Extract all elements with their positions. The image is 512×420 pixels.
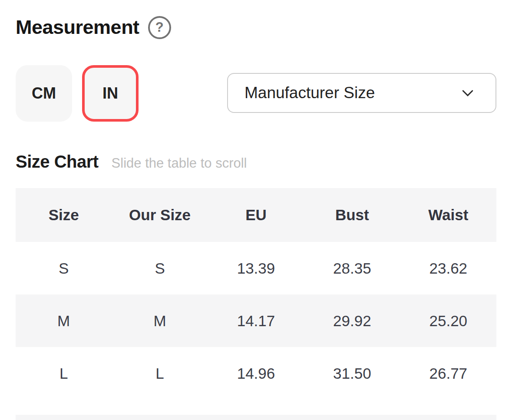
- cell-size: S: [16, 242, 112, 294]
- unit-cm-button[interactable]: CM: [16, 65, 72, 122]
- cell-eu: 14.17: [208, 294, 304, 347]
- table-row-l: L L 14.96 31.50 26.77: [16, 347, 496, 400]
- next-row-peek: [16, 415, 496, 420]
- cell-bust: 28.35: [304, 242, 400, 294]
- measurement-header: Measurement ?: [16, 0, 496, 42]
- table-header-row: Size Our Size EU Bust Waist: [16, 188, 496, 242]
- cell-eu: 13.39: [208, 242, 304, 294]
- cell-size: L: [16, 347, 112, 400]
- cell-eu: 14.96: [208, 347, 304, 400]
- chevron-down-icon: [459, 84, 476, 102]
- cell-our-size: M: [112, 294, 208, 347]
- unit-toggle-group: CM IN: [16, 65, 139, 122]
- controls-row: CM IN Manufacturer Size: [16, 65, 496, 122]
- size-chart-heading: Size Chart Slide the table to scroll: [16, 152, 496, 173]
- help-icon-glyph: ?: [155, 20, 164, 35]
- column-header-our-size: Our Size: [112, 188, 208, 242]
- size-chart-table[interactable]: Size Our Size EU Bust Waist S S 13.39 28…: [16, 188, 496, 400]
- size-chart-title: Size Chart: [16, 152, 99, 172]
- cell-waist: 23.62: [400, 242, 496, 294]
- column-header-bust: Bust: [304, 188, 400, 242]
- cell-our-size: S: [112, 242, 208, 294]
- cell-waist: 26.77: [400, 347, 496, 400]
- column-header-waist: Waist: [400, 188, 496, 242]
- table-row-m: M M 14.17 29.92 25.20: [16, 294, 496, 347]
- size-chart-scroll-hint: Slide the table to scroll: [112, 155, 247, 171]
- cell-bust: 29.92: [304, 294, 400, 347]
- manufacturer-size-dropdown-value: Manufacturer Size: [244, 84, 375, 102]
- size-guide-panel: Measurement ? CM IN Manufacturer Size Si…: [0, 0, 512, 420]
- help-icon[interactable]: ?: [148, 16, 171, 39]
- cell-our-size: L: [112, 347, 208, 400]
- page-title: Measurement: [16, 16, 139, 39]
- table-row-s: S S 13.39 28.35 23.62: [16, 242, 496, 294]
- manufacturer-size-dropdown[interactable]: Manufacturer Size: [227, 73, 496, 113]
- cell-waist: 25.20: [400, 294, 496, 347]
- cell-size: M: [16, 294, 112, 347]
- unit-in-label: IN: [102, 84, 118, 103]
- cell-bust: 31.50: [304, 347, 400, 400]
- unit-cm-label: CM: [32, 84, 56, 103]
- column-header-eu: EU: [208, 188, 304, 242]
- column-header-size: Size: [16, 188, 112, 242]
- unit-in-button[interactable]: IN: [82, 65, 139, 122]
